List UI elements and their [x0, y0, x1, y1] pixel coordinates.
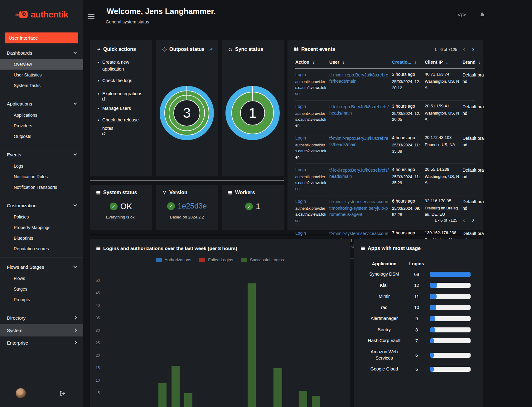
- link-chain-icon[interactable]: [209, 47, 214, 52]
- app-usage-progress-fill: [430, 283, 437, 288]
- y-axis-tick: 35: [90, 316, 100, 320]
- event-action-link[interactable]: Login: [295, 199, 306, 204]
- external-link-icon: [102, 97, 148, 101]
- event-user-link[interactable]: tf-mimir-repo:BeryJu/k8s:ref:refs/heads/…: [329, 72, 389, 85]
- pagination-prev-icon[interactable]: ‹: [462, 46, 466, 53]
- app-login-count: 12: [407, 280, 426, 290]
- y-axis-tick: 40: [90, 303, 100, 308]
- y-axis-tick: 10: [90, 378, 100, 383]
- event-user-cell: tf-mimir-system:serviceaccount:monitorin…: [329, 199, 389, 224]
- sidebar-section-directory[interactable]: Directory: [0, 311, 83, 324]
- event-created-relative: 6 hours ago: [392, 199, 422, 203]
- user-interface-button[interactable]: User interface: [5, 32, 78, 43]
- pagination-next-icon[interactable]: ›: [471, 46, 476, 53]
- column-header-creatio[interactable]: Creatio...↑: [392, 60, 422, 65]
- app-name: rac: [365, 302, 403, 313]
- notification-bell-icon[interactable]: [479, 12, 485, 18]
- chevron-down-icon: [73, 264, 77, 268]
- sidebar-item-reputation-scores[interactable]: Reputation scores: [0, 243, 83, 254]
- event-client-ip: 20.55.14.238: [425, 167, 460, 172]
- column-label: Creatio...: [392, 60, 411, 65]
- event-action-detail: authentik.providers.oauth2.views.token: [295, 206, 326, 224]
- column-header-action[interactable]: Action↕: [295, 60, 326, 65]
- api-code-icon[interactable]: </>: [457, 12, 466, 18]
- sidebar-item-prompts[interactable]: Prompts: [0, 294, 83, 305]
- event-action-link[interactable]: Login: [295, 167, 306, 172]
- quick-action-check-the-logs[interactable]: Check the logs: [102, 77, 148, 84]
- event-row: Loginauthentik.providers.oauth2.views.to…: [295, 164, 475, 196]
- app-usage-progressbar: [430, 327, 471, 332]
- version-link[interactable]: 1e25d3e: [178, 202, 207, 210]
- sort-both-icon: ↕: [342, 60, 345, 65]
- app-usage-progressbar: [430, 367, 471, 372]
- sidebar-item-stages[interactable]: Stages: [0, 284, 83, 294]
- sidebar-section-system[interactable]: System: [0, 324, 83, 336]
- pagination-next-icon-bottom[interactable]: ›: [471, 217, 476, 223]
- event-created-cell: 4 hours ago25/03/2024, 11:35:38: [392, 135, 422, 160]
- event-user-link[interactable]: tf-mimir-repo:BeryJu/k8s:ref:refs/heads/…: [329, 135, 389, 148]
- quick-action-check-the-release-notes[interactable]: Check the release notes: [102, 117, 148, 135]
- event-action-link[interactable]: Login: [295, 135, 306, 140]
- quick-action-create-a-new-application[interactable]: Create a new application: [102, 59, 148, 73]
- column-header-user[interactable]: User↕: [329, 60, 389, 65]
- app-name: Mimir: [365, 291, 403, 302]
- compass-icon: [162, 47, 167, 52]
- share-arrow-icon: [96, 47, 101, 51]
- sidebar-item-outposts[interactable]: Outposts: [0, 131, 83, 142]
- event-client-location: Phoenix, US, NA: [425, 142, 460, 148]
- y-axis-tick: 20: [90, 353, 100, 358]
- sidebar-section-flows-and-stages[interactable]: Flows and Stages: [0, 261, 83, 273]
- sidebar-item-applications[interactable]: Applications: [0, 110, 83, 120]
- sidebar-item-blueprints[interactable]: Blueprints: [0, 233, 83, 243]
- event-client-location: Washington, US, NA: [425, 174, 460, 186]
- sidebar-section-label: Dashboards: [7, 50, 32, 56]
- app-login-count: 11: [407, 292, 426, 302]
- sidebar-section-dashboards[interactable]: Dashboards: [0, 47, 83, 59]
- event-action-link[interactable]: Login: [295, 104, 306, 109]
- event-action-cell: Loginauthentik.providers.oauth2.views.to…: [295, 199, 326, 224]
- sidebar-section-applications[interactable]: Applications: [0, 97, 83, 110]
- event-user-link[interactable]: tf-loki-repo:BeryJu/k8s:ref:refs/heads/m…: [329, 167, 389, 180]
- book-icon: [294, 47, 299, 51]
- user-avatar[interactable]: [16, 388, 26, 398]
- chevron-right-icon: [73, 316, 77, 319]
- logout-icon[interactable]: [59, 390, 65, 396]
- sidebar-section-events[interactable]: Events: [0, 148, 83, 161]
- hamburger-menu-icon[interactable]: [88, 13, 94, 20]
- event-user-link[interactable]: tf-loki-repo:BeryJu/k8s:ref:refs/heads/m…: [329, 104, 389, 116]
- event-created-cell: 6 hours ago25/03/2024, 09:52:28: [392, 199, 422, 224]
- sidebar-item-providers[interactable]: Providers: [0, 120, 83, 131]
- sidebar-section-enterprise[interactable]: Enterprise: [0, 336, 83, 349]
- column-header-brand[interactable]: Brand↕: [462, 60, 484, 65]
- sidebar-item-notification-rules[interactable]: Notification Rules: [0, 171, 83, 182]
- sidebar-item-system-tasks[interactable]: System Tasks: [0, 80, 83, 91]
- event-clientip-cell: 20.172.43.108Phoenix, US, NA: [425, 135, 460, 160]
- sidebar-item-property-mappings[interactable]: Property Mappings: [0, 222, 83, 233]
- sidebar-item-user-statistics[interactable]: User Statistics: [0, 70, 83, 80]
- sidebar-item-flows[interactable]: Flows: [0, 273, 83, 284]
- event-user-cell: tf-loki-repo:BeryJu/k8s:ref:refs/heads/m…: [329, 167, 389, 192]
- quick-action-manage-users[interactable]: Manage users: [102, 105, 148, 112]
- app-name: Amazon Web Services: [365, 346, 403, 364]
- workers-value: 1: [256, 202, 260, 211]
- sidebar-item-notification-transports[interactable]: Notification Transports: [0, 182, 83, 193]
- column-label: Client IP: [425, 60, 443, 65]
- event-action-detail: authentik.providers.oauth2.views.token: [295, 111, 326, 129]
- sidebar-section-customization[interactable]: Customization: [0, 199, 83, 212]
- app-usage-progress-fill: [430, 305, 436, 310]
- event-row: Loginauthentik.providers.oauth2.views.to…: [295, 69, 475, 101]
- server-stack-icon: [96, 190, 101, 195]
- column-header-client-ip[interactable]: Client IP↕: [425, 60, 460, 65]
- cubes-icon: [162, 190, 167, 195]
- sidebar-item-overview[interactable]: Overview: [0, 59, 83, 70]
- app-name: Alertmanager: [365, 313, 403, 324]
- pagination-prev-icon-bottom[interactable]: ‹: [462, 217, 466, 223]
- sidebar-section-label: System: [7, 328, 22, 333]
- sidebar-item-policies[interactable]: Policies: [0, 212, 83, 222]
- event-action-link[interactable]: Login: [295, 72, 306, 77]
- quick-action-explore-integrations[interactable]: Explore integrations: [102, 89, 148, 101]
- event-user-link[interactable]: tf-mimir-system:serviceaccount:monitorin…: [329, 199, 389, 218]
- server-stack-icon: [228, 190, 233, 195]
- system-status-title: System status: [103, 190, 137, 195]
- sidebar-item-logs[interactable]: Logs: [0, 161, 83, 171]
